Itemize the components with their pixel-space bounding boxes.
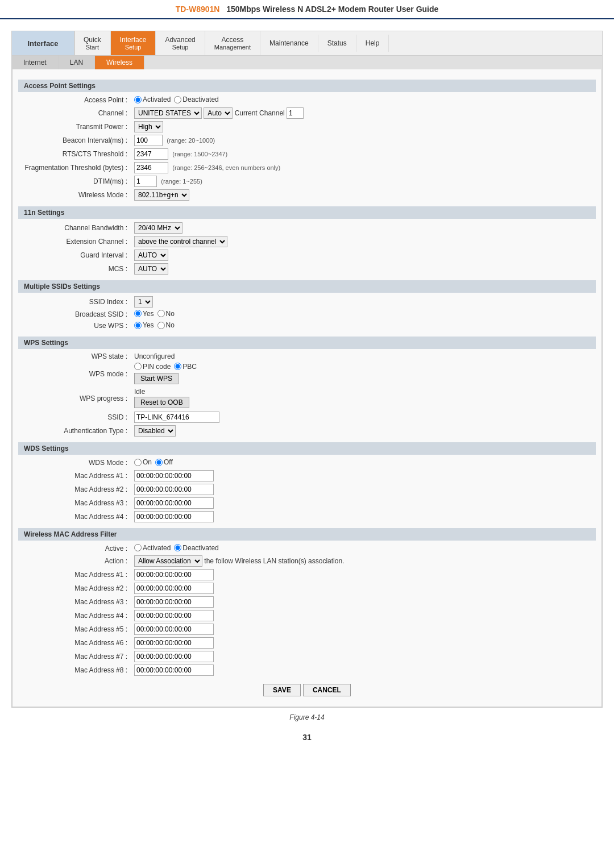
wmf-mac2-value — [132, 582, 596, 595]
wmf-deactivated-label[interactable]: Deactivated — [174, 544, 218, 552]
wps-mode-pin-label[interactable]: PIN code — [134, 363, 171, 371]
save-button[interactable]: SAVE — [263, 684, 301, 696]
wmf-mac4-input[interactable] — [134, 610, 214, 621]
wps-mode-pin-radio[interactable] — [134, 363, 142, 370]
nav-item-advanced-setup[interactable]: Advanced Setup — [156, 31, 205, 55]
wds-mode-off-radio[interactable] — [155, 459, 163, 466]
wmf-mac2-label: Mac Address #2 : — [18, 582, 132, 595]
transmit-power-select[interactable]: High — [134, 121, 163, 132]
tab-lan[interactable]: LAN — [59, 56, 95, 69]
wmf-mac6-input[interactable] — [134, 637, 214, 649]
wds-mac4-input[interactable] — [134, 511, 214, 522]
wmf-mac7-input[interactable] — [134, 651, 214, 662]
wmf-mac1-input[interactable] — [134, 569, 214, 580]
nav-item-access-management[interactable]: Access Management — [205, 31, 260, 55]
frag-threshold-input[interactable] — [134, 162, 168, 173]
channel-bw-select[interactable]: 20/40 MHz — [134, 222, 182, 234]
wmf-mac8-input[interactable] — [134, 665, 214, 676]
rts-threshold-value: (range: 1500~2347) — [132, 147, 596, 161]
current-channel-input[interactable] — [287, 107, 304, 119]
wmf-active-radio-group: Activated Deactivated — [134, 544, 219, 552]
table-row: Mac Address #6 : — [18, 636, 596, 650]
wmf-mac6-label: Mac Address #6 : — [18, 636, 132, 650]
wps-mode-pbc-radio[interactable] — [174, 363, 181, 370]
wds-mode-on-radio[interactable] — [134, 459, 142, 466]
wds-mode-on-text: On — [143, 458, 152, 466]
ssid-input[interactable] — [134, 412, 219, 423]
table-row: WPS progress : Idle Reset to OOB — [18, 387, 596, 410]
tab-internet[interactable]: Internet — [12, 56, 59, 69]
figure-caption: Figure 4-14 — [11, 708, 603, 727]
table-row: Action : Allow Association the follow Wi… — [18, 554, 596, 568]
use-wps-yes-label[interactable]: Yes — [134, 321, 154, 329]
wmf-mac1-label: Mac Address #1 : — [18, 568, 132, 582]
broadcast-ssid-yes-label[interactable]: Yes — [134, 310, 154, 318]
wmf-deactivated-radio[interactable] — [174, 544, 181, 551]
page-number: 31 — [11, 727, 603, 747]
wmf-mac5-input[interactable] — [134, 624, 214, 635]
use-wps-no-radio[interactable] — [157, 322, 165, 329]
wmf-activated-label[interactable]: Activated — [134, 544, 171, 552]
wds-mode-off-text: Off — [164, 458, 173, 466]
wds-mode-off-label[interactable]: Off — [155, 458, 173, 466]
rts-threshold-input[interactable] — [134, 148, 168, 160]
reset-to-oob-button[interactable]: Reset to OOB — [134, 397, 189, 408]
wps-mode-pbc-label[interactable]: PBC — [174, 363, 197, 371]
cancel-button[interactable]: CANCEL — [303, 684, 351, 696]
table-row: Mac Address #1 : — [18, 469, 596, 483]
wmf-activated-radio[interactable] — [134, 544, 142, 551]
use-wps-yes-radio[interactable] — [134, 322, 142, 329]
access-point-activated-radio[interactable] — [134, 96, 142, 103]
wireless-mode-select[interactable]: 802.11b+g+n — [134, 189, 189, 201]
page-title: TD-W8901N 150Mbps Wireless N ADSL2+ Mode… — [0, 0, 614, 19]
wds-mac2-input[interactable] — [134, 484, 214, 495]
dtim-input[interactable] — [134, 176, 157, 187]
table-row: SSID : — [18, 410, 596, 424]
nav-item-status[interactable]: Status — [318, 35, 356, 52]
extension-channel-select[interactable]: above the control channel — [134, 236, 227, 247]
use-wps-yes-text: Yes — [143, 321, 154, 329]
guard-interval-select[interactable]: AUTO — [134, 250, 168, 261]
wmf-action-select[interactable]: Allow Association — [134, 555, 202, 567]
wds-mac1-value — [132, 469, 596, 483]
channel-select[interactable]: UNITED STATES — [134, 107, 202, 119]
access-point-deactivated-radio[interactable] — [174, 96, 181, 103]
mcs-select[interactable]: AUTO — [134, 263, 168, 275]
nav-links: Quick Start Interface Setup Advanced Set… — [74, 31, 602, 55]
access-point-deactivated-label[interactable]: Deactivated — [174, 95, 218, 103]
table-row: Fragmentation Threshold (bytes) : (range… — [18, 161, 596, 175]
nav-item-help[interactable]: Help — [356, 35, 389, 52]
nav-advanced-setup-line1: Advanced — [165, 36, 195, 44]
auth-type-select[interactable]: Disabled — [134, 425, 176, 437]
broadcast-ssid-no-radio[interactable] — [157, 310, 165, 317]
wds-mode-on-label[interactable]: On — [134, 458, 152, 466]
access-point-table: Access Point : Activated Deactivated — [18, 94, 596, 202]
access-point-activated-label[interactable]: Activated — [134, 95, 171, 103]
beacon-interval-label: Beacon Interval(ms) : — [18, 134, 132, 147]
nav-item-quick-start[interactable]: Quick Start — [74, 31, 111, 55]
wmf-mac4-label: Mac Address #4 : — [18, 609, 132, 622]
channel-bw-label: Channel Bandwidth : — [18, 221, 132, 235]
nav-advanced-setup-line2: Setup — [172, 44, 189, 51]
table-row: Mac Address #8 : — [18, 663, 596, 677]
tab-wireless[interactable]: Wireless — [95, 56, 144, 69]
table-row: Guard Interval : AUTO — [18, 248, 596, 262]
wmf-mac2-input[interactable] — [134, 583, 214, 594]
wds-mac3-value — [132, 496, 596, 510]
nav-item-interface-setup[interactable]: Interface Setup — [111, 31, 156, 55]
multiple-ssids-table: SSID Index : 1 Broadcast SSID : Yes — [18, 295, 596, 332]
use-wps-no-label[interactable]: No — [157, 321, 175, 329]
ssid-index-select[interactable]: 1 — [134, 296, 153, 308]
channel-auto-select[interactable]: Auto — [204, 107, 233, 119]
wds-mac1-input[interactable] — [134, 470, 214, 481]
broadcast-ssid-yes-radio[interactable] — [134, 310, 142, 317]
beacon-interval-input[interactable] — [134, 135, 163, 146]
access-point-activated-text: Activated — [143, 95, 171, 103]
wps-state-label: WPS state : — [18, 351, 132, 362]
section-wds-header: WDS Settings — [18, 442, 596, 455]
start-wps-button[interactable]: Start WPS — [134, 373, 179, 384]
broadcast-ssid-no-label[interactable]: No — [157, 310, 175, 318]
nav-item-maintenance[interactable]: Maintenance — [260, 35, 318, 52]
wds-mac3-input[interactable] — [134, 497, 214, 509]
wmf-mac3-input[interactable] — [134, 596, 214, 608]
